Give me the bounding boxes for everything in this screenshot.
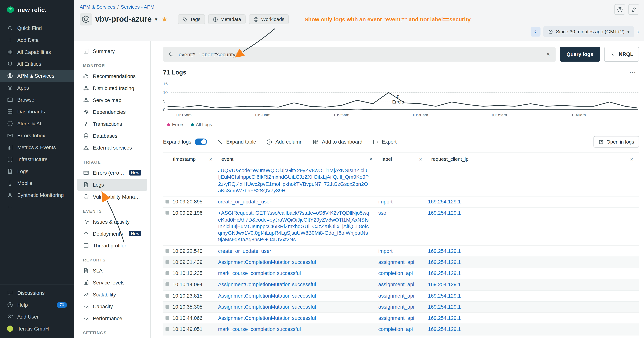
sidebar-item-dashboards[interactable]: Dashboards bbox=[0, 106, 74, 118]
log-label-link[interactable]: completion_api bbox=[378, 326, 413, 332]
sidebar-footer-item-add-user[interactable]: Add User bbox=[0, 311, 74, 323]
log-event-link[interactable]: AssignmentCompletionMutation successful bbox=[218, 315, 316, 321]
row-expand-icon[interactable] bbox=[166, 211, 169, 215]
subnav-item-deployments[interactable]: DeploymentsNew bbox=[77, 228, 147, 240]
sidebar-item-logs[interactable]: Logs bbox=[0, 165, 74, 177]
log-event-link[interactable]: mark_course_completion successful bbox=[218, 270, 301, 276]
pill-metadata[interactable]: Metadata bbox=[208, 15, 246, 24]
entity-dropdown-caret[interactable]: ▾ bbox=[155, 17, 158, 22]
sidebar-item-browser[interactable]: Browser bbox=[0, 94, 74, 106]
remove-column-request-client-ip[interactable]: × bbox=[630, 156, 633, 162]
sidebar-item-alerts-ai[interactable]: Alerts & AI bbox=[0, 118, 74, 130]
nrql-button[interactable]: NRQL bbox=[604, 47, 639, 62]
legend-item-errors[interactable]: Errors bbox=[167, 122, 184, 127]
log-ip-link[interactable]: 169.254.129.1 bbox=[428, 270, 461, 276]
subnav-item-service-map[interactable]: Service map bbox=[77, 94, 147, 106]
favorite-star-icon[interactable]: ★ bbox=[162, 15, 168, 24]
sidebar-footer-item-iterativ-gmbh[interactable]: Iterativ GmbH bbox=[0, 323, 74, 335]
sidebar-item-quick-find[interactable]: Quick Find bbox=[0, 22, 74, 34]
sidebar-item-metrics-events[interactable]: Metrics & Events bbox=[0, 142, 74, 153]
sidebar-footer-item-discussions[interactable]: Discussions bbox=[0, 287, 74, 299]
pill-workloads[interactable]: Workloads bbox=[249, 15, 289, 24]
query-logs-button[interactable]: Query logs bbox=[560, 47, 600, 62]
sidebar-item-errors-inbox[interactable]: Errors Inbox bbox=[0, 130, 74, 142]
sidebar-item-add-data[interactable]: Add Data bbox=[0, 34, 74, 46]
log-label-link[interactable]: assignment_api bbox=[378, 259, 414, 265]
new-relic-logo[interactable]: new relic. bbox=[0, 0, 74, 19]
log-label-link[interactable]: assignment_api bbox=[378, 315, 414, 321]
permalink-button[interactable] bbox=[628, 4, 639, 15]
log-label-link[interactable]: import bbox=[378, 248, 392, 254]
row-expand-icon[interactable] bbox=[166, 249, 169, 253]
log-event-link[interactable]: AssignmentCompletionMutation successful bbox=[218, 259, 316, 265]
row-expand-icon[interactable] bbox=[166, 294, 169, 297]
log-ip-link[interactable]: 169.254.129.1 bbox=[428, 199, 461, 205]
log-query-input[interactable] bbox=[178, 51, 542, 58]
time-back-button[interactable]: ‹ bbox=[530, 27, 540, 37]
tool-add-column[interactable]: Add column bbox=[266, 139, 303, 145]
log-event-link[interactable]: create_or_update_user bbox=[218, 248, 271, 254]
open-in-logs-button[interactable]: Open in logs bbox=[593, 136, 639, 147]
remove-column-timestamp[interactable]: × bbox=[209, 156, 212, 162]
log-event-link[interactable]: mark_course_completion successful bbox=[218, 326, 301, 332]
log-event-link[interactable]: AssignmentCompletionMutation successful bbox=[218, 282, 316, 287]
log-event-link[interactable]: AssignmentCompletionMutation successful bbox=[218, 304, 316, 310]
expand-logs-toggle[interactable] bbox=[195, 139, 207, 145]
time-picker[interactable]: Since 30 minutes ago (GMT+2) ▾ bbox=[543, 26, 634, 37]
subnav-item-logs[interactable]: Logs bbox=[77, 179, 147, 191]
log-label-link[interactable]: assignment_api bbox=[378, 293, 414, 299]
subnav-item-scalability[interactable]: Scalability bbox=[77, 289, 147, 300]
log-event-link[interactable]: create_or_update_user bbox=[218, 199, 271, 205]
subnav-item-external-services[interactable]: External services bbox=[77, 142, 147, 154]
row-expand-icon[interactable] bbox=[166, 316, 169, 320]
tool-export[interactable]: Export bbox=[372, 139, 396, 145]
log-ip-link[interactable]: 169.254.129.1 bbox=[428, 304, 461, 310]
sidebar-item-synthetic-monitoring[interactable]: Synthetic Monitoring bbox=[0, 189, 74, 201]
subnav-item-distributed-tracing[interactable]: Distributed tracing bbox=[77, 82, 147, 94]
log-ip-link[interactable]: 169.254.129.1 bbox=[428, 248, 461, 254]
remove-column-event[interactable]: × bbox=[369, 156, 372, 162]
pill-tags[interactable]: Tags bbox=[178, 15, 205, 24]
subnav-item-transactions[interactable]: Transactions bbox=[77, 118, 147, 130]
log-label-link[interactable]: assignment_api bbox=[378, 282, 414, 287]
sidebar-item-infrastructure[interactable]: Infrastructure bbox=[0, 153, 74, 165]
legend-item-all-logs[interactable]: All Logs bbox=[191, 122, 212, 127]
log-event-link[interactable]: JUQVU&code=eyJraWQiOiJjcGltY29yZV8wOTl1M… bbox=[218, 168, 369, 193]
sidebar-item-all-entities[interactable]: All Entities bbox=[0, 58, 74, 70]
log-ip-link[interactable]: 169.254.129.1 bbox=[428, 315, 461, 321]
help-button[interactable] bbox=[614, 4, 625, 15]
time-forward-chevron[interactable]: › bbox=[637, 28, 639, 35]
sidebar-item-mobile[interactable]: Mobile bbox=[0, 177, 74, 189]
log-label-link[interactable]: assignment_api bbox=[378, 304, 414, 310]
row-expand-icon[interactable] bbox=[166, 260, 169, 264]
tool-add-to-dashboard[interactable]: Add to dashboard bbox=[312, 139, 362, 145]
sidebar-item-apm-services[interactable]: APM & Services bbox=[0, 70, 74, 82]
tool-expand-table[interactable]: Expand table bbox=[217, 139, 256, 145]
subnav-item-vulnerability-management[interactable]: Vulnerability Management bbox=[77, 191, 147, 203]
log-label-link[interactable]: sso bbox=[378, 210, 386, 216]
log-event-link[interactable]: <ASGIRequest: GET '/sso/callback/?state=… bbox=[218, 210, 369, 243]
subnav-item-sla[interactable]: SLA bbox=[77, 265, 147, 277]
subnav-item-recommendations[interactable]: Recommendations bbox=[77, 70, 147, 82]
sidebar-item-apps[interactable]: Apps bbox=[0, 82, 74, 94]
log-ip-link[interactable]: 169.254.129.1 bbox=[428, 282, 461, 287]
log-ip-link[interactable]: 169.254.129.1 bbox=[428, 210, 461, 216]
row-expand-icon[interactable] bbox=[166, 282, 169, 286]
log-ip-link[interactable]: 169.254.129.1 bbox=[428, 259, 461, 265]
subnav-item-capacity[interactable]: Capacity bbox=[77, 300, 147, 312]
subnav-item-issues-activity[interactable]: Issues & activity bbox=[77, 216, 147, 228]
breadcrumb-link-services-apm[interactable]: Services - APM bbox=[121, 4, 154, 10]
subnav-item-databases[interactable]: Databases bbox=[77, 130, 147, 142]
sidebar-item-item[interactable] bbox=[0, 201, 74, 213]
row-expand-icon[interactable] bbox=[166, 327, 169, 331]
subnav-item-errors-errors-inb[interactable]: Errors (errors inb...New bbox=[77, 167, 147, 179]
chart-options-button[interactable]: ⋯ bbox=[629, 68, 639, 76]
sidebar-item-all-capabilities[interactable]: All Capabilities bbox=[0, 46, 74, 58]
tool-expand-logs[interactable]: Expand logs bbox=[163, 139, 207, 145]
log-ip-link[interactable]: 169.254.129.1 bbox=[428, 326, 461, 332]
row-expand-icon[interactable] bbox=[166, 200, 169, 203]
log-event-link[interactable]: AssignmentCompletionMutation successful bbox=[218, 293, 316, 299]
subnav-item-performance[interactable]: Performance bbox=[77, 312, 147, 324]
row-expand-icon[interactable] bbox=[166, 305, 169, 309]
sidebar-footer-item-help[interactable]: Help70 bbox=[0, 299, 74, 311]
